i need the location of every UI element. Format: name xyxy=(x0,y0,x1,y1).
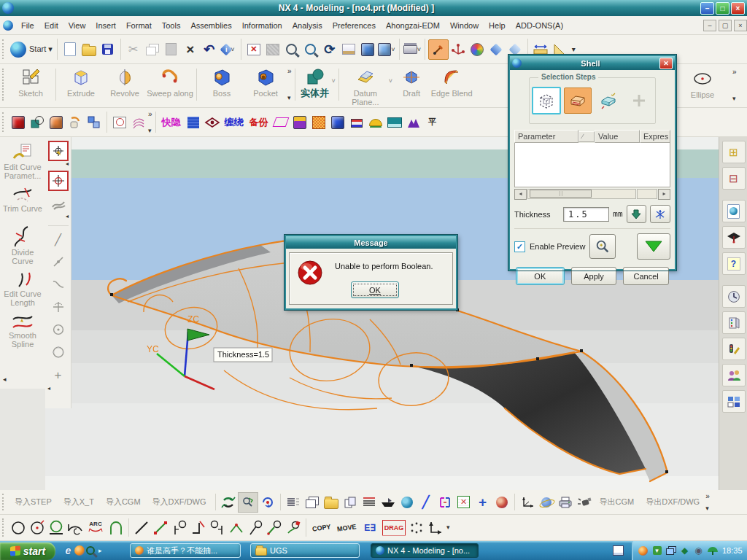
recycle-icon[interactable] xyxy=(219,493,238,512)
start-button[interactable]: start xyxy=(0,542,55,560)
arc-label-tool[interactable]: ARC xyxy=(85,518,107,537)
roadmap-tab[interactable] xyxy=(722,338,746,360)
sections-icon[interactable] xyxy=(360,493,379,512)
smooth-spline-button[interactable]: Smooth Spline xyxy=(0,312,45,349)
minimize-button[interactable]: – xyxy=(700,2,714,15)
input-method-icon[interactable] xyxy=(613,545,624,556)
menu-assemblies[interactable]: Assemblies xyxy=(185,19,236,32)
export-dxf-dwg-button[interactable]: 导出DXF/DWG xyxy=(640,497,705,508)
feature-toolbar-overflow[interactable] xyxy=(287,68,292,101)
quicklaunch-firefox-icon[interactable] xyxy=(74,545,85,556)
points-grid-tool[interactable] xyxy=(407,518,426,537)
curve-overflow[interactable] xyxy=(446,524,450,531)
toolbar-grip[interactable] xyxy=(2,494,5,510)
edit-with-mag-icon[interactable] xyxy=(238,492,258,513)
import-xt-button[interactable]: 导入X_T xyxy=(58,497,100,508)
edge-blend-button[interactable]: Edge Blend xyxy=(430,64,473,98)
line-circle-tool-d[interactable] xyxy=(227,518,246,537)
pocket-button[interactable]: Pocket xyxy=(244,64,287,98)
delete-icon[interactable] xyxy=(181,40,200,59)
no-selection-filter-icon[interactable]: ✕ xyxy=(454,493,473,512)
confirm-preview-button[interactable] xyxy=(637,233,670,260)
quicklaunch-ie-icon[interactable]: e xyxy=(63,545,74,556)
plus-icon[interactable] xyxy=(473,493,492,512)
wcs-dynamics-icon[interactable] xyxy=(449,40,468,59)
circle-tool-icon[interactable] xyxy=(49,343,68,362)
quick-hide-button[interactable]: 快隐 xyxy=(159,113,184,132)
revolve-button[interactable]: Revolve xyxy=(103,64,147,98)
tutorials-tab[interactable] xyxy=(722,226,746,249)
save-button[interactable] xyxy=(98,40,117,59)
unite-dropdown[interactable]: ˅ xyxy=(332,77,336,85)
line-circle-tool-b[interactable] xyxy=(189,518,208,537)
wrap-button[interactable]: 缠绕 xyxy=(222,113,247,132)
line-circle-tool-e[interactable] xyxy=(246,518,265,537)
circle-center-tool[interactable] xyxy=(28,518,47,537)
taskbar-task-3-active[interactable]: NX 4 - Modeling - [no... xyxy=(371,543,479,558)
spline-tool-icon[interactable] xyxy=(49,275,68,294)
tray-umbrella-icon[interactable] xyxy=(707,545,718,556)
printer-icon[interactable] xyxy=(556,493,575,512)
menu-window[interactable]: Window xyxy=(445,19,484,32)
child-minimize-button[interactable]: – xyxy=(703,20,716,31)
menu-information[interactable]: Information xyxy=(237,19,287,32)
point-constructor-button[interactable] xyxy=(48,171,69,191)
divide-curve-button[interactable]: Divide Curve xyxy=(0,225,45,265)
paste-icon[interactable] xyxy=(162,40,181,59)
copy-icon[interactable] xyxy=(143,40,162,59)
tray-ball-icon[interactable] xyxy=(638,545,649,556)
line-circle-tool-a[interactable] xyxy=(170,518,189,537)
toolbar-grip[interactable] xyxy=(2,69,5,101)
sweep-along-button[interactable]: Sweep along xyxy=(147,64,193,98)
open-file-button[interactable] xyxy=(80,40,98,59)
shell-close-icon[interactable]: ✕ xyxy=(659,58,673,69)
scroll-right-arrow[interactable] xyxy=(658,189,670,200)
import-step-button[interactable]: 导入STEP xyxy=(9,497,58,508)
strip-arrow-3[interactable] xyxy=(47,386,50,392)
information-dropdown[interactable]: i˅ xyxy=(219,40,238,59)
io-overflow[interactable] xyxy=(705,493,710,512)
part-navigator-tab[interactable] xyxy=(722,167,746,190)
parameter-list[interactable] xyxy=(514,143,670,187)
plane-edit-icon[interactable]: 平 xyxy=(423,113,442,132)
copy-objects-icon[interactable] xyxy=(341,493,360,512)
step-pierce-face-button[interactable] xyxy=(564,88,592,114)
view-orientation-dropdown[interactable]: ˅ xyxy=(377,40,396,59)
toolbar-overflow[interactable] xyxy=(572,46,576,53)
peaks-icon[interactable] xyxy=(404,113,423,132)
move-tool[interactable]: MOVE xyxy=(334,518,359,537)
child-close-button[interactable]: × xyxy=(734,20,747,31)
update-icon[interactable] xyxy=(258,493,277,512)
fit-view-icon[interactable]: ✕ xyxy=(244,40,263,59)
line-circle-tool-f[interactable] xyxy=(265,518,284,537)
cut-icon[interactable] xyxy=(124,40,143,59)
cascade-windows-icon[interactable] xyxy=(303,493,322,512)
tray-updates-icon[interactable]: ▾ xyxy=(651,545,662,556)
window-layout-tab[interactable] xyxy=(722,390,746,413)
edit-display-icon[interactable] xyxy=(487,40,506,59)
assembly-navigator-tab[interactable] xyxy=(722,141,746,163)
plus-tool-icon[interactable] xyxy=(49,365,68,384)
collaboration-tab[interactable] xyxy=(722,364,746,386)
ellipse-button[interactable]: Ellipse xyxy=(681,66,724,99)
tray-volume-icon[interactable] xyxy=(693,545,704,556)
connector-icon[interactable] xyxy=(436,493,454,512)
tray-clock[interactable]: 18:35 xyxy=(722,546,743,555)
mesh-cube-icon[interactable] xyxy=(309,113,328,132)
misc-overflow[interactable] xyxy=(148,111,152,134)
instance-icon[interactable] xyxy=(85,113,104,132)
axis-orient-tool[interactable] xyxy=(426,518,445,537)
column-expression[interactable]: Expres xyxy=(640,130,670,143)
shell-apply-button[interactable]: Apply xyxy=(571,267,617,285)
import-dxf-dwg-button[interactable]: 导入DXF/DWG xyxy=(147,497,212,508)
block-icon[interactable] xyxy=(9,113,28,132)
start-dropdown[interactable]: Start ▾ xyxy=(29,44,53,54)
menu-edit[interactable]: Edit xyxy=(39,19,63,32)
column-parameter[interactable]: Parameter xyxy=(514,130,578,143)
shell-cancel-button[interactable]: Cancel xyxy=(623,267,669,285)
menu-format[interactable]: Format xyxy=(121,19,157,32)
earth-icon[interactable] xyxy=(398,493,417,512)
column-value[interactable]: Value xyxy=(595,130,640,143)
layer-grid-icon[interactable] xyxy=(184,113,203,132)
curves-button[interactable] xyxy=(49,195,68,214)
